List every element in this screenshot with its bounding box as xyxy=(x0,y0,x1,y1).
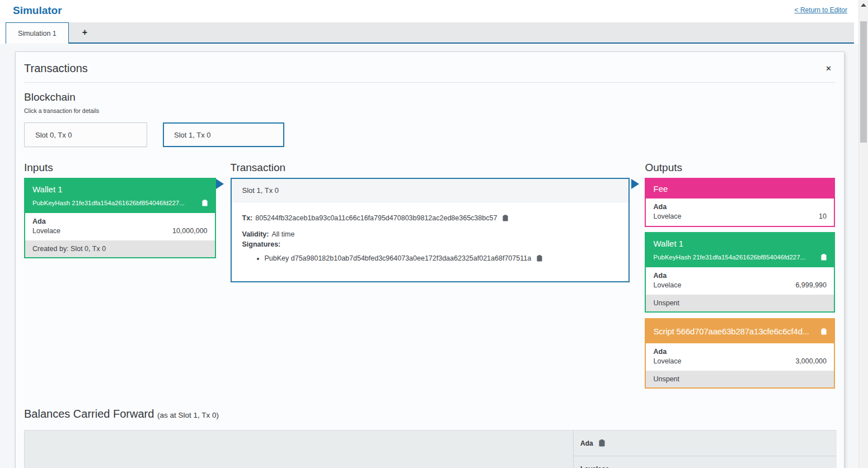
divider xyxy=(24,82,835,83)
tx-hash-row: Tx: 805244fb32aceb1ba93c0a11c66c16fa795d… xyxy=(242,214,618,222)
token-label: Lovelace xyxy=(653,357,681,365)
token-label: Lovelace xyxy=(32,227,60,235)
amount-row: Lovelace 3,000,000 xyxy=(653,357,827,365)
transaction-detail-grid: Inputs Wallet 1 PubKeyHash 21fe31dfa154a… xyxy=(24,162,835,394)
inputs-column: Inputs Wallet 1 PubKeyHash 21fe31dfa154a… xyxy=(24,162,216,263)
currency-label: Ada xyxy=(32,218,208,225)
signature-item: PubKey d75a980182b10ab7d54bfed3c964073a0… xyxy=(265,254,618,262)
blockchain-heading: Blockchain xyxy=(24,91,835,103)
copy-icon[interactable] xyxy=(599,439,605,447)
validity-label: Validity: xyxy=(242,230,269,238)
amount-row: Lovelace 6,999,990 xyxy=(653,281,827,289)
inputs-heading: Inputs xyxy=(24,162,216,174)
column-header-ada: Ada xyxy=(573,431,837,456)
copy-icon[interactable] xyxy=(537,255,542,262)
page-title: Simulator xyxy=(13,4,62,17)
validity-value: All time xyxy=(271,230,294,238)
output-script-card-footer: Unspent xyxy=(646,371,834,387)
script-card-body: Ada Lovelace 3,000,000 xyxy=(646,343,834,371)
tx-label: Tx: xyxy=(242,214,253,222)
output-wallet-card-header: Wallet 1 PubKeyHash 21fe31dfa154a261626b… xyxy=(646,233,834,267)
tx-hash: 805244fb32aceb1ba93c0a11c66c16fa795d4708… xyxy=(255,214,497,222)
transaction-detail-body: Tx: 805244fb32aceb1ba93c0a11c66c16fa795d… xyxy=(232,202,628,274)
simulation-tab-bar: Simulation 1 + xyxy=(6,22,854,44)
wallet-title: Wallet 1 xyxy=(32,185,208,194)
transaction-heading: Transaction xyxy=(231,162,630,174)
copy-icon[interactable] xyxy=(821,328,827,335)
column-header-beneficial-owner: Beneficial Owner xyxy=(25,431,573,468)
copy-icon[interactable] xyxy=(821,254,827,261)
outputs-column: Outputs Fee Ada Lovelace 10 xyxy=(645,162,835,394)
output-script-card[interactable]: Script 566d707aae63b287a13cfe6c6cf4d... … xyxy=(645,318,835,389)
tab-simulation-1-label: Simulation 1 xyxy=(18,30,57,37)
token-amount: 3,000,000 xyxy=(795,357,827,365)
output-wallet-card-body: Ada Lovelace 6,999,990 xyxy=(646,267,834,295)
fee-card-header: Fee xyxy=(646,179,834,198)
balances-heading-text: Balances Carried Forward xyxy=(24,408,154,420)
token-amount: 10,000,000 xyxy=(172,227,208,235)
close-icon[interactable]: ✕ xyxy=(822,63,835,74)
token-amount: 10 xyxy=(819,212,827,220)
token-label: Lovelace xyxy=(653,212,681,220)
tx-button-slot1-tx0[interactable]: Slot 1, Tx 0 xyxy=(163,122,284,147)
transaction-column: Transaction Slot 1, Tx 0 Tx: 805244fb32a… xyxy=(231,162,630,282)
transactions-panel-header: Transactions ✕ xyxy=(24,62,835,75)
script-card-header: Script 566d707aae63b287a13cfe6c6cf4d... xyxy=(646,319,834,343)
flow-arrow-gap xyxy=(216,162,231,189)
input-wallet-card[interactable]: Wallet 1 PubKeyHash 21fe31dfa154a261626b… xyxy=(24,178,216,258)
output-fee-card[interactable]: Fee Ada Lovelace 10 xyxy=(645,178,835,227)
return-to-editor-link[interactable]: < Return to Editor xyxy=(795,6,847,14)
content-area: Transactions ✕ Blockchain Click a transa… xyxy=(0,44,868,468)
fee-title: Fee xyxy=(653,184,827,193)
wallet-pubkeyhash-row: PubKeyHash 21fe31dfa154a261626bf854046fd… xyxy=(653,254,827,261)
signatures-label: Signatures: xyxy=(242,240,281,248)
tab-simulation-1[interactable]: Simulation 1 xyxy=(6,22,69,44)
script-title: Script 566d707aae63b287a13cfe6c6cf4d... xyxy=(653,327,815,336)
input-wallet-card-header: Wallet 1 PubKeyHash 21fe31dfa154a261626b… xyxy=(25,179,215,213)
wallet-pubkeyhash: PubKeyHash 21fe31dfa154a261626bf854046fd… xyxy=(32,200,196,206)
validity-row: Validity: All time xyxy=(242,230,618,238)
ada-label: Ada xyxy=(580,439,593,447)
amount-row: Lovelace 10,000,000 xyxy=(32,227,208,235)
balances-heading-sub: (as at Slot 1, Tx 0) xyxy=(157,411,219,419)
balances-heading: Balances Carried Forward (as at Slot 1, … xyxy=(24,408,835,420)
fee-card-body: Ada Lovelace 10 xyxy=(646,198,834,226)
top-bar: Simulator < Return to Editor xyxy=(0,0,868,22)
transaction-slot-label: Slot 1, Tx 0 xyxy=(232,179,628,202)
output-wallet-card[interactable]: Wallet 1 PubKeyHash 21fe31dfa154a261626b… xyxy=(645,232,835,313)
copy-icon[interactable] xyxy=(202,200,208,206)
transactions-panel: Transactions ✕ Blockchain Click a transa… xyxy=(15,51,844,468)
balances-table: Beneficial Owner Ada Lovelace xyxy=(24,430,836,468)
token-label: Lovelace xyxy=(653,281,681,289)
copy-icon[interactable] xyxy=(503,215,508,221)
arrow-up-icon xyxy=(861,3,866,7)
signatures-row: Signatures: xyxy=(242,240,618,248)
scrollbar-up-button[interactable] xyxy=(859,0,868,10)
amount-row: Lovelace 10 xyxy=(653,212,827,220)
blockchain-slot-row: Slot 0, Tx 0 Slot 1, Tx 0 xyxy=(24,122,835,147)
transactions-title: Transactions xyxy=(24,62,88,75)
currency-label: Ada xyxy=(653,348,827,356)
output-wallet-card-footer: Unspent xyxy=(646,295,834,311)
plus-icon: + xyxy=(82,27,87,37)
arrow-right-icon xyxy=(631,179,639,189)
arrow-right-icon xyxy=(216,179,224,189)
transaction-detail-box: Slot 1, Tx 0 Tx: 805244fb32aceb1ba93c0a1… xyxy=(231,178,630,282)
currency-label: Ada xyxy=(653,272,827,280)
wallet-pubkeyhash: PubKeyHash 21fe31dfa154a261626bf854046fd… xyxy=(653,254,815,261)
vertical-scrollbar[interactable] xyxy=(858,0,868,468)
outputs-heading: Outputs xyxy=(645,162,835,174)
scrollbar-thumb[interactable] xyxy=(860,21,867,143)
column-header-lovelace: Lovelace xyxy=(573,456,837,468)
wallet-pubkeyhash-row: PubKeyHash 21fe31dfa154a261626bf854046fd… xyxy=(32,200,208,206)
input-wallet-card-body: Ada Lovelace 10,000,000 xyxy=(25,213,215,240)
tx-button-slot0-tx0[interactable]: Slot 0, Tx 0 xyxy=(24,122,147,147)
lovelace-label: Lovelace xyxy=(580,465,609,468)
flow-arrow-gap xyxy=(630,162,645,189)
add-simulation-button[interactable]: + xyxy=(69,22,101,42)
signatures-list: PubKey d75a980182b10ab7d54bfed3c964073a0… xyxy=(265,254,618,262)
token-amount: 6,999,990 xyxy=(795,281,827,289)
blockchain-hint: Click a transaction for details xyxy=(24,107,835,114)
signature-pubkey: PubKey d75a980182b10ab7d54bfed3c964073a0… xyxy=(265,254,532,262)
input-wallet-card-footer: Created by: Slot 0, Tx 0 xyxy=(25,240,215,257)
